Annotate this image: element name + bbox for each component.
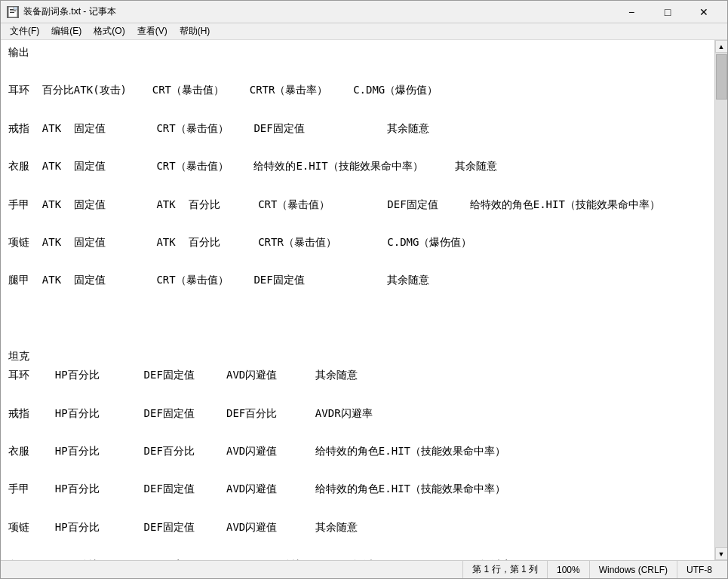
scroll-down-button[interactable]: ▼ — [715, 547, 728, 560]
zoom-level: 100% — [547, 561, 589, 578]
menu-view[interactable]: 查看(V) — [131, 23, 174, 39]
menu-edit[interactable]: 编辑(E) — [45, 23, 88, 39]
menu-file[interactable]: 文件(F) — [4, 23, 45, 39]
cursor-position: 第 1 行，第 1 列 — [462, 561, 547, 578]
menu-help[interactable]: 帮助(H) — [174, 23, 217, 39]
status-bar: 第 1 行，第 1 列 100% Windows (CRLF) UTF-8 — [1, 560, 727, 578]
content-area: 输出 耳环 百分比ATK(攻击) CRT（暴击值） CRTR（暴击率） C.DM… — [1, 40, 727, 560]
svg-rect-2 — [10, 11, 16, 11]
scroll-thumb[interactable] — [716, 54, 727, 100]
text-editor[interactable]: 输出 耳环 百分比ATK(攻击) CRT（暴击值） CRTR（暴击率） C.DM… — [1, 40, 714, 560]
menu-format[interactable]: 格式(O) — [88, 23, 131, 39]
window-title: 装备副词条.txt - 记事本 — [23, 5, 614, 18]
title-bar: 装备副词条.txt - 记事本 − □ ✕ — [1, 1, 727, 23]
svg-rect-4 — [14, 7, 17, 10]
window-controls: − □ ✕ — [614, 2, 721, 23]
encoding: UTF-8 — [677, 561, 721, 578]
editor-container: 输出 耳环 百分比ATK(攻击) CRT（暴击值） CRTR（暴击率） C.DM… — [1, 40, 727, 560]
close-button[interactable]: ✕ — [687, 2, 721, 23]
svg-rect-3 — [10, 12, 14, 13]
main-window: 装备副词条.txt - 记事本 − □ ✕ 文件(F) 编辑(E) 格式(O) … — [0, 0, 728, 579]
line-ending: Windows (CRLF) — [589, 561, 677, 578]
scroll-up-button[interactable]: ▲ — [715, 40, 728, 53]
menu-bar: 文件(F) 编辑(E) 格式(O) 查看(V) 帮助(H) — [1, 23, 727, 40]
maximize-button[interactable]: □ — [650, 2, 685, 23]
scroll-track — [715, 53, 727, 547]
vertical-scrollbar[interactable]: ▲ ▼ — [714, 40, 727, 560]
minimize-button[interactable]: − — [614, 2, 649, 23]
app-icon — [7, 6, 19, 18]
